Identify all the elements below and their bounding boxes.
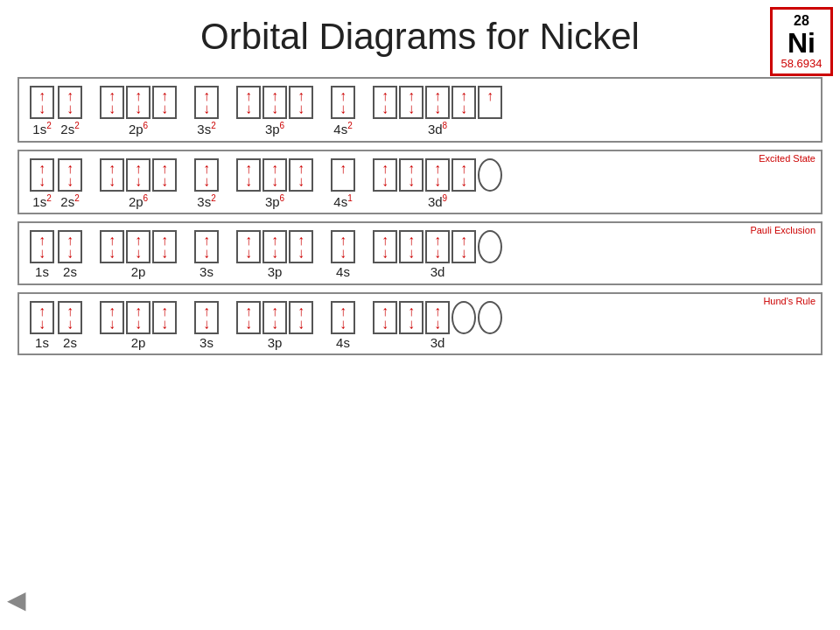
- orbital-box-1-0-0: ↑↑: [30, 158, 54, 192]
- arrow-down-icon: ↑: [203, 176, 210, 190]
- orbital-box-2-2-0: ↑↑: [100, 230, 124, 263]
- orbital-box-1-6-0: ↑↑: [373, 158, 397, 192]
- orbital-box-1-6-4: [478, 158, 502, 192]
- arrow-down-icon: ↑: [38, 248, 46, 262]
- orbital-group-3-0: ↑↑1s: [30, 301, 54, 351]
- back-button[interactable]: ◀: [7, 585, 26, 614]
- arrow-down-icon: ↑: [203, 103, 210, 117]
- orbital-boxes-1-0: ↑↑: [30, 158, 54, 192]
- orbital-boxes-2-1: ↑↑: [58, 230, 82, 263]
- orbital-label-3-4: 3p: [268, 336, 283, 351]
- arrow-up-icon: ↑: [203, 162, 210, 176]
- orbital-boxes-3-5: ↑↑: [331, 301, 355, 334]
- orbital-box-0-4-1: ↑↑: [262, 86, 287, 119]
- arrow-up-icon: ↑: [271, 89, 278, 103]
- orbital-group-3-4: ↑↑↑↑↑↑3p: [236, 301, 313, 351]
- arrow-up-icon: ↑: [382, 234, 388, 248]
- orbital-group-3-6: ↑↑↑↑↑↑3d: [373, 301, 502, 351]
- arrow-down-icon: ↑: [340, 103, 346, 117]
- arrow-up-icon: ↑: [460, 234, 467, 248]
- arrow-up-icon: ↑: [340, 234, 346, 248]
- arrow-up-icon: ↑: [486, 89, 494, 103]
- orbital-group-3-3: ↑↑3s: [194, 301, 219, 351]
- orbital-label-1-5: 4s1: [333, 193, 352, 210]
- orbital-group-2-0: ↑↑1s: [30, 230, 54, 280]
- orbital-group-2-4: ↑↑↑↑↑↑3p: [236, 230, 313, 280]
- arrow-down-icon: ↑: [135, 248, 142, 262]
- orbitals-line-2: ↑↑1s↑↑2s↑↑↑↑↑↑2p↑↑3s↑↑↑↑↑↑3p↑↑4s↑↑↑↑↑↑↑↑…: [30, 230, 810, 280]
- arrow-up-icon: ↑: [108, 304, 116, 318]
- arrow-up-icon: ↑: [271, 304, 278, 318]
- orbital-group-0-0: ↑↑1s2: [30, 86, 54, 137]
- arrow-down-icon: ↑: [108, 176, 116, 190]
- orbital-group-1-5: ↑4s1: [331, 158, 355, 210]
- arrow-down-icon: ↑: [66, 103, 74, 117]
- orbital-box-1-2-2: ↑↑: [152, 158, 177, 192]
- orbital-boxes-2-2: ↑↑↑↑↑↑: [100, 230, 177, 263]
- orbital-label-2-2: 2p: [131, 265, 146, 280]
- arrow-down-icon: ↑: [460, 248, 467, 262]
- orbital-label-0-2: 2p6: [129, 121, 148, 137]
- orbital-boxes-0-3: ↑↑: [194, 86, 219, 119]
- arrow-down-icon: ↑: [135, 318, 142, 332]
- arrow-down-icon: ↑: [245, 176, 252, 190]
- orbital-box-3-6-1: ↑↑: [399, 301, 424, 334]
- arrow-up-icon: ↑: [271, 162, 278, 176]
- arrow-up-icon: ↑: [408, 89, 415, 103]
- orbital-group-3-5: ↑↑4s: [331, 301, 355, 351]
- orbital-box-2-2-1: ↑↑: [126, 230, 150, 263]
- row-label-3: Hund's Rule: [763, 296, 816, 306]
- arrow-up-icon: ↑: [434, 304, 441, 318]
- arrow-down-icon: ↑: [161, 103, 168, 117]
- arrow-down-icon: ↑: [66, 176, 74, 190]
- arrow-down-icon: ↑: [298, 103, 304, 117]
- orbital-label-0-5: 4s2: [333, 121, 352, 137]
- orbital-box-0-6-0: ↑↑: [373, 86, 397, 119]
- arrow-down-icon: ↑: [434, 176, 441, 190]
- orbital-box-1-6-2: ↑↑: [425, 158, 450, 192]
- orbital-box-2-5-0: ↑↑: [331, 230, 355, 263]
- arrow-up-icon: ↑: [340, 162, 346, 176]
- orbital-box-3-1-0: ↑↑: [58, 301, 82, 334]
- orbital-box-2-6-0: ↑↑: [373, 230, 397, 263]
- diagram-row-2: Pauli Exclusion↑↑1s↑↑2s↑↑↑↑↑↑2p↑↑3s↑↑↑↑↑…: [18, 221, 822, 285]
- orbital-label-1-3: 3s2: [197, 193, 215, 210]
- orbital-boxes-3-4: ↑↑↑↑↑↑: [236, 301, 313, 334]
- orbital-label-2-5: 4s: [336, 265, 350, 280]
- arrow-down-icon: ↑: [135, 103, 142, 117]
- arrow-down-icon: ↑: [271, 176, 278, 190]
- arrow-down-icon: ↑: [38, 176, 46, 190]
- orbital-group-2-6: ↑↑↑↑↑↑↑↑3d: [373, 230, 502, 280]
- arrow-up-icon: ↑: [434, 162, 441, 176]
- orbital-box-0-2-1: ↑↑: [126, 86, 150, 119]
- orbital-box-3-3-0: ↑↑: [194, 301, 219, 334]
- row-label-2: Pauli Exclusion: [750, 225, 816, 235]
- orbital-label-0-6: 3d8: [428, 121, 447, 137]
- orbital-group-0-3: ↑↑3s2: [194, 86, 219, 137]
- arrow-down-icon: ↑: [434, 103, 441, 117]
- orbital-box-3-2-1: ↑↑: [126, 301, 150, 334]
- diagram-row-1: Excited State↑↑1s2↑↑2s2↑↑↑↑↑↑2p6↑↑3s2↑↑↑…: [18, 150, 822, 215]
- arrow-up-icon: ↑: [245, 304, 252, 318]
- orbital-box-1-2-1: ↑↑: [126, 158, 150, 192]
- page-title: Orbital Diagrams for Nickel: [0, 0, 840, 66]
- arrow-down-icon: ↑: [161, 176, 168, 190]
- orbital-label-3-0: 1s: [35, 336, 49, 351]
- arrow-up-icon: ↑: [298, 89, 304, 103]
- orbital-boxes-2-3: ↑↑: [194, 230, 219, 263]
- orbital-box-3-2-2: ↑↑: [152, 301, 177, 334]
- arrow-up-icon: ↑: [161, 304, 168, 318]
- arrow-up-icon: ↑: [340, 89, 346, 103]
- arrow-down-icon: ↑: [108, 318, 116, 332]
- orbital-boxes-0-5: ↑↑: [331, 86, 355, 119]
- orbital-boxes-3-6: ↑↑↑↑↑↑: [373, 301, 502, 334]
- orbital-box-1-6-1: ↑↑: [399, 158, 424, 192]
- orbital-group-2-5: ↑↑4s: [331, 230, 355, 280]
- orbital-group-3-2: ↑↑↑↑↑↑2p: [100, 301, 177, 351]
- orbital-boxes-3-1: ↑↑: [58, 301, 82, 334]
- arrow-down-icon: ↑: [408, 103, 415, 117]
- arrow-up-icon: ↑: [161, 89, 168, 103]
- orbital-box-2-4-2: ↑↑: [289, 230, 313, 263]
- arrow-up-icon: ↑: [135, 162, 142, 176]
- arrow-up-icon: ↑: [38, 304, 46, 318]
